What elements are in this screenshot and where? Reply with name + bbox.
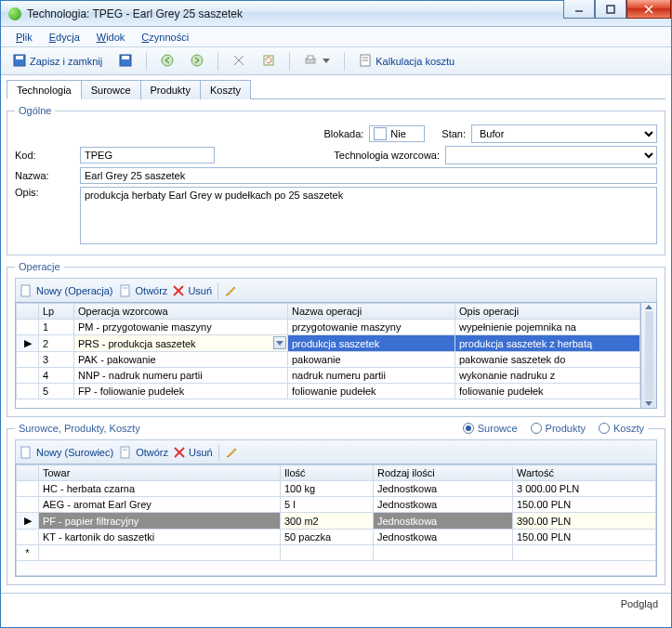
ops-row[interactable]: 4NNP - nadruk numeru partiinadruk numeru… <box>17 368 640 384</box>
spk-new-button[interactable]: Nowy (Surowiec) <box>20 446 113 459</box>
tab-surowce[interactable]: Surowce <box>81 80 141 99</box>
disk-icon <box>119 54 132 69</box>
checkbox-icon <box>374 127 387 140</box>
col-rodzaj[interactable]: Rodzaj ilości <box>374 465 513 481</box>
col-wartosc[interactable]: Wartość <box>513 465 656 481</box>
close-button[interactable] <box>626 0 671 19</box>
print-icon <box>304 54 317 69</box>
kod-label: Kod: <box>15 150 80 161</box>
print-button[interactable] <box>297 51 336 72</box>
menu-plik[interactable]: Plik <box>8 29 40 46</box>
menu-widok[interactable]: Widok <box>89 29 133 46</box>
tools-button[interactable] <box>226 51 252 72</box>
ops-row[interactable]: 5FP - foliowanie pudełekfoliowanie pudeł… <box>17 384 640 399</box>
nav-forward-button[interactable] <box>184 51 210 72</box>
ops-new-button[interactable]: Nowy (Operacja) <box>20 284 113 297</box>
col-ilosc[interactable]: Ilość <box>281 465 374 481</box>
col-nazwa[interactable]: Nazwa operacji <box>288 304 455 320</box>
refresh-icon <box>262 54 275 69</box>
blokada-field[interactable]: Nie <box>369 125 425 142</box>
techw-select[interactable] <box>445 146 657 164</box>
col-wz[interactable]: Operacja wzorcowa <box>74 304 288 320</box>
spk-edit-button[interactable] <box>225 446 238 459</box>
svg-rect-7 <box>122 56 129 59</box>
spk-open-button[interactable]: Otwórz <box>119 446 168 459</box>
spk-group: Surowce, Produkty, Koszty Surowce Produk… <box>7 423 665 585</box>
tab-technologia[interactable]: Technologia <box>7 80 82 99</box>
general-group: Ogólne Blokada: Nie Stan: Bufor Kod: Tec… <box>7 105 665 255</box>
radio-koszty[interactable]: Koszty <box>599 423 644 434</box>
svg-rect-18 <box>21 285 30 296</box>
ops-row[interactable]: 3PAK - pakowaniepakowaniepakowanie sasze… <box>17 352 640 368</box>
chevron-down-icon[interactable] <box>273 336 286 349</box>
ops-row[interactable]: 1PM - przygotowanie maszynyprzygotowanie… <box>17 320 640 335</box>
spk-grid[interactable]: Towar Ilość Rodzaj ilości Wartość HC - h… <box>15 464 657 577</box>
opis-textarea[interactable]: produkcja herbaty Earl Grey w pudełkach … <box>80 187 657 244</box>
radio-surowce[interactable]: Surowce <box>463 423 518 434</box>
menu-edycja[interactable]: Edycja <box>42 29 87 46</box>
statusbar: Podgląd <box>1 593 671 613</box>
blokada-value: Nie <box>390 128 406 139</box>
svg-point-9 <box>191 55 203 66</box>
svg-rect-1 <box>607 6 614 13</box>
ops-toolbar: Nowy (Operacja) Otwórz Usuń <box>15 278 657 302</box>
kod-input[interactable] <box>80 147 215 164</box>
spk-delete-button[interactable]: Usuń <box>174 447 213 458</box>
spk-row[interactable]: HC - herbata czarna100 kgJednostkowa3 00… <box>17 481 656 497</box>
scroll-up-icon <box>645 305 652 309</box>
maximize-button[interactable] <box>595 0 626 19</box>
window-title: Technologia: TPEG - Earl Grey 25 saszete… <box>27 7 563 20</box>
col-marker <box>17 465 39 481</box>
general-legend: Ogólne <box>15 105 55 116</box>
stan-select[interactable]: Bufor <box>471 124 657 143</box>
ops-delete-button[interactable]: Usuń <box>173 285 212 296</box>
ops-open-button[interactable]: Otwórz <box>119 284 168 297</box>
svg-rect-24 <box>121 447 129 458</box>
save-close-button[interactable]: Zapisz i zamknij <box>7 51 109 72</box>
ops-grid[interactable]: Lp Operacja wzorcowa Nazwa operacji Opis… <box>15 302 641 409</box>
spk-row[interactable]: ▶PF - papier filtracyjny300 m2Jednostkow… <box>17 513 656 530</box>
minimize-button[interactable] <box>563 0 595 19</box>
arrow-right-icon <box>191 54 204 69</box>
app-icon <box>8 7 21 20</box>
menubar: Plik Edycja Widok Czynności <box>1 27 671 47</box>
save-button[interactable] <box>112 51 138 72</box>
opis-label: Opis: <box>15 187 80 198</box>
menu-czynnosci[interactable]: Czynności <box>134 29 196 46</box>
scroll-down-icon <box>645 401 652 406</box>
col-opis[interactable]: Opis operacji <box>455 304 640 320</box>
kalkulacja-label: Kalkulacja kosztu <box>376 56 455 67</box>
tabs: Technologia Surowce Produkty Koszty <box>7 79 665 99</box>
save-icon <box>13 54 26 69</box>
ops-legend: Operacje <box>15 261 64 272</box>
blokada-label: Blokada: <box>324 128 364 139</box>
titlebar: Technologia: TPEG - Earl Grey 25 saszete… <box>1 1 671 27</box>
save-close-label: Zapisz i zamknij <box>30 56 102 67</box>
chevron-down-icon <box>323 59 330 63</box>
spk-legend: Surowce, Produkty, Koszty Surowce Produk… <box>15 423 648 434</box>
tools-icon <box>232 54 245 69</box>
col-towar[interactable]: Towar <box>39 465 281 481</box>
stan-label: Stan: <box>441 128 466 139</box>
col-marker <box>17 304 39 320</box>
ops-edit-button[interactable] <box>224 284 237 297</box>
nav-back-button[interactable] <box>154 51 180 72</box>
tab-produkty[interactable]: Produkty <box>140 80 201 99</box>
ops-scrollbar[interactable] <box>641 302 657 409</box>
ops-row[interactable]: ▶2PRS - produkcja saszetekprodukcja sasz… <box>17 335 640 352</box>
radio-produkty[interactable]: Produkty <box>531 423 586 434</box>
col-lp[interactable]: Lp <box>39 304 74 320</box>
svg-point-8 <box>162 55 173 66</box>
nazwa-input[interactable] <box>80 167 657 184</box>
calc-icon <box>359 54 372 69</box>
tab-koszty[interactable]: Koszty <box>200 80 251 99</box>
spk-row-new[interactable]: * <box>17 545 656 561</box>
arrow-left-icon <box>161 54 174 69</box>
toolbar: Zapisz i zamknij Kalkulacja kosztu <box>1 47 671 75</box>
spk-row[interactable]: AEG - aromat Earl Grey5 lJednostkowa150.… <box>17 497 656 513</box>
svg-rect-14 <box>308 56 313 59</box>
refresh-button[interactable] <box>256 51 282 72</box>
svg-rect-23 <box>21 447 30 458</box>
kalkulacja-button[interactable]: Kalkulacja kosztu <box>352 51 461 72</box>
spk-row[interactable]: KT - kartonik do saszetki50 paczkaJednos… <box>17 530 656 545</box>
